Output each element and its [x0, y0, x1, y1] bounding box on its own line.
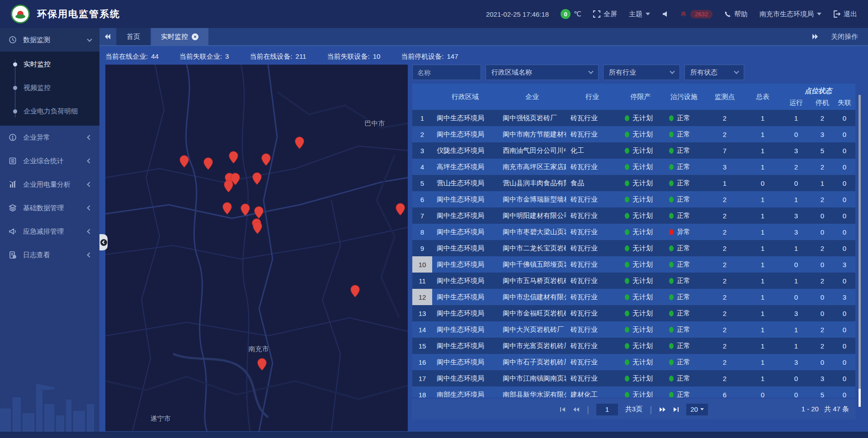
- map-pin[interactable]: [350, 285, 360, 297]
- cell-meters: 1: [744, 196, 781, 203]
- first-page-button[interactable]: [560, 407, 566, 412]
- region-select[interactable]: 行政区域名称: [486, 65, 599, 80]
- sidebar-item-data-monitor[interactable]: 数据监测: [0, 28, 99, 52]
- map-pin[interactable]: [241, 203, 250, 216]
- sidebar-item-power-analysis[interactable]: 企业用电量分析: [0, 173, 99, 196]
- prev-page-button[interactable]: [573, 407, 580, 412]
- table-row[interactable]: 13阆中生态环境局阆中市金福旺页岩机砖砖瓦行业无计划正常21300: [412, 305, 855, 321]
- row-number: 2: [412, 126, 432, 142]
- cell-limit-status: 无计划: [618, 163, 663, 171]
- name-search-input[interactable]: [412, 65, 481, 80]
- sidebar-collapse-toggle[interactable]: [99, 234, 108, 250]
- map-pin[interactable]: [295, 137, 304, 149]
- sidebar-item-company-abnormal[interactable]: 企业异常: [0, 126, 99, 149]
- tabs-scroll-left-button[interactable]: [99, 28, 116, 45]
- table-row[interactable]: 2阆中生态环境局阆中市南方节能建材有砖瓦行业无计划正常21030: [412, 126, 855, 142]
- col-run: 运行: [781, 99, 811, 107]
- help-button[interactable]: 帮助: [724, 10, 748, 19]
- table-row[interactable]: 8阆中生态环境局阆中市枣碧大梁山页岩砖瓦行业无计划异常21300: [412, 224, 855, 240]
- next-page-button[interactable]: [659, 407, 666, 412]
- status-dot: [669, 245, 674, 251]
- map-pin[interactable]: [222, 202, 232, 215]
- map-pin[interactable]: [224, 180, 233, 193]
- table-row[interactable]: 9阆中生态环境局阆中市二龙长宝页岩砖砖瓦行业无计划正常21120: [412, 240, 855, 256]
- mute-icon[interactable]: [662, 11, 668, 17]
- chevron-left-icon: [87, 135, 92, 140]
- table-row[interactable]: 16阆中生态环境局阆中市石子页岩机砖厂砖瓦行业无计划正常21300: [412, 354, 855, 370]
- cell-stop: 2: [811, 114, 834, 122]
- map-pin[interactable]: [257, 358, 267, 371]
- table-row[interactable]: 12阆中生态环境局阆中市忠信建材有限公砖瓦行业无计划正常21003: [412, 289, 855, 305]
- map-pin[interactable]: [254, 206, 264, 219]
- notification-bell[interactable]: 2632: [680, 10, 712, 19]
- tabs-scroll-right-button[interactable]: [812, 33, 818, 40]
- cell-meters: 0: [744, 391, 781, 398]
- cell-facility-status: 正常: [663, 260, 705, 269]
- cell-limit-status: 无计划: [618, 179, 663, 188]
- table-row[interactable]: 4高坪生态环境局南充市高坪区王家店建砖瓦行业无计划正常31220: [412, 159, 855, 175]
- table-row[interactable]: 18南部生态环境局南部县新华水泥有限公建材化工无计划正常60050: [412, 386, 855, 397]
- map-pin[interactable]: [261, 153, 271, 166]
- fullscreen-icon: [593, 10, 600, 18]
- map-pin[interactable]: [253, 221, 262, 234]
- table-row[interactable]: 14阆中生态环境局阆中大兴页岩机砖厂砖瓦行业无计划正常21120: [412, 321, 855, 338]
- bullet-dot: [13, 86, 17, 90]
- map-pin[interactable]: [252, 172, 262, 185]
- table-row[interactable]: 17阆中生态环境局阆中市江南镇阆南页岩砖瓦行业无计划正常21030: [412, 370, 855, 386]
- org-dropdown[interactable]: 南充市生态环境局: [760, 10, 821, 19]
- table-row[interactable]: 1阆中生态环境局阆中强锐页岩砖厂砖瓦行业无计划正常21120: [412, 110, 855, 126]
- sidebar-item-emergency-reduction[interactable]: 应急减排管理: [0, 220, 99, 243]
- cell-region: 阆中生态环境局: [432, 244, 498, 253]
- industry-select[interactable]: 所有行业: [603, 65, 680, 80]
- map-pin[interactable]: [229, 151, 238, 164]
- map-panel[interactable]: 巴中市南充市遂宁市: [105, 65, 408, 431]
- status-dot: [669, 359, 674, 365]
- sidebar-subitem-power-load-detail[interactable]: 企业电力负荷明细: [0, 99, 99, 123]
- status-select[interactable]: 所有状态: [684, 65, 744, 80]
- status-text: 正常: [677, 195, 690, 204]
- table-row[interactable]: 3仪陇生态环境局西南油气田分公司川中化工无计划正常71350: [412, 142, 855, 159]
- datetime-label: 2021-02-25 17:46:18: [486, 10, 549, 18]
- row-number: 15: [412, 338, 432, 354]
- table-row[interactable]: 7阆中生态环境局阆中明阳建材有限公司砖瓦行业无计划正常21300: [412, 207, 855, 224]
- map-pin[interactable]: [179, 155, 189, 168]
- status-text: 正常: [677, 293, 690, 301]
- cell-company: 阆中市石子页岩机砖厂: [498, 358, 566, 367]
- tab-home[interactable]: 首页: [117, 28, 150, 45]
- cell-facility-status: 正常: [663, 325, 705, 334]
- tab-realtime-monitor[interactable]: 实时监控 ×: [151, 28, 208, 45]
- chevron-down-icon: [670, 69, 675, 74]
- logout-button[interactable]: 退出: [833, 10, 857, 19]
- table-row[interactable]: 15阆中生态环境局阆中市光富页岩机砖厂砖瓦行业无计划正常21120: [412, 338, 855, 354]
- page-number-input[interactable]: 1: [596, 404, 618, 415]
- map-pin[interactable]: [203, 157, 213, 170]
- cell-meters: 1: [744, 293, 781, 301]
- footer-strip: [0, 432, 868, 438]
- status-text: 无计划: [632, 277, 653, 285]
- fullscreen-button[interactable]: 全屏: [593, 10, 617, 19]
- page-size-select[interactable]: 20: [686, 404, 708, 415]
- close-operations-button[interactable]: 关闭操作: [831, 33, 858, 41]
- sidebar-item-base-data[interactable]: 基础数据管理: [0, 196, 99, 220]
- cell-company: 阆中市光富页岩机砖厂: [498, 342, 566, 350]
- status-text: 无计划: [632, 325, 653, 334]
- sidebar-item-company-stats[interactable]: 企业综合统计: [0, 149, 99, 173]
- last-page-button[interactable]: [673, 407, 679, 412]
- sidebar-subitem-realtime-monitor[interactable]: 实时监控: [0, 52, 99, 76]
- sidebar-item-log-view[interactable]: 日志查看: [0, 243, 99, 267]
- cell-limit-status: 无计划: [618, 212, 663, 220]
- theme-dropdown[interactable]: 主题: [629, 10, 650, 19]
- table-row[interactable]: 5营山生态环境局营山县润丰肉食品有限食品无计划正常10010: [412, 175, 855, 191]
- scrollbar-thumb[interactable]: [859, 95, 861, 389]
- sidebar-subitem-video-monitor[interactable]: 视频监控: [0, 76, 99, 99]
- cell-company: 阆中市金博瑞新型墙材: [498, 195, 566, 204]
- cell-points: 3: [705, 163, 744, 171]
- sidebar-item-label: 应急减排管理: [23, 227, 64, 236]
- table-row[interactable]: 6阆中生态环境局阆中市金博瑞新型墙材砖瓦行业无计划正常21120: [412, 191, 855, 207]
- table-scrollbar[interactable]: [859, 95, 861, 407]
- table-row[interactable]: 10阆中生态环境局阆中千佛镇五郎垭页岩砖瓦行业无计划正常21003: [412, 256, 855, 273]
- table-row[interactable]: 11阆中生态环境局阆中市五马桥页岩机砖砖瓦行业无计划正常21120: [412, 273, 855, 289]
- tab-close-icon[interactable]: ×: [192, 33, 198, 40]
- map-pin[interactable]: [396, 203, 405, 216]
- cell-company: 阆中大兴页岩机砖厂: [498, 325, 566, 334]
